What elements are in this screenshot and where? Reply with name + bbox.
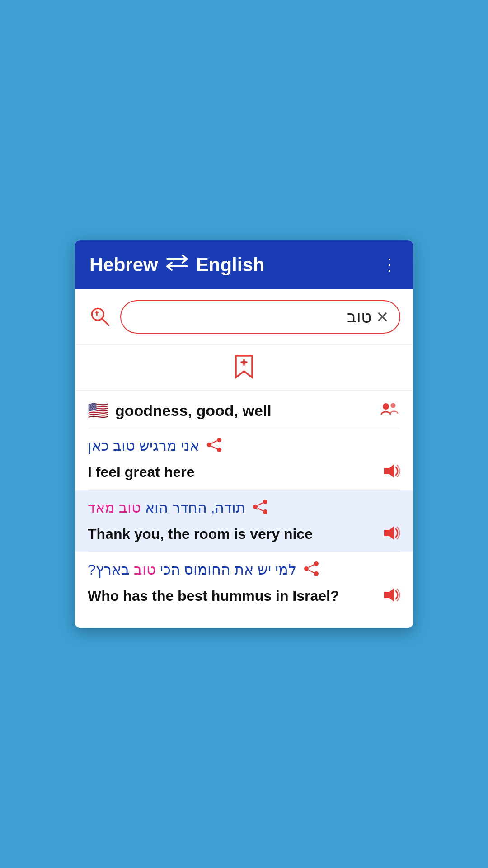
svg-point-16 <box>263 509 267 514</box>
svg-point-6 <box>383 403 389 410</box>
source-language[interactable]: Hebrew <box>89 254 158 276</box>
sound-button-2[interactable] <box>381 524 400 543</box>
svg-line-18 <box>258 508 263 511</box>
svg-point-8 <box>217 438 221 442</box>
svg-text:T: T <box>94 309 99 318</box>
phrase-1-hebrew: אני מרגיש טוב כאן <box>88 428 400 459</box>
svg-point-22 <box>314 571 319 576</box>
svg-point-21 <box>304 566 309 571</box>
sound-button-3[interactable] <box>381 586 400 605</box>
svg-line-17 <box>258 503 263 505</box>
share-button-1[interactable] <box>206 436 223 455</box>
svg-point-14 <box>263 500 267 504</box>
svg-point-20 <box>314 561 319 566</box>
sound-button-1[interactable] <box>381 462 400 481</box>
us-flag-icon: 🇺🇸 <box>88 401 109 420</box>
svg-line-1 <box>102 319 109 326</box>
phrase-1-english: I feel great here <box>88 459 400 490</box>
phrase-2-english-text: Thank you, the room is very nice <box>88 526 381 542</box>
svg-marker-13 <box>384 464 394 478</box>
svg-line-23 <box>309 565 314 567</box>
phrase-2-hebrew-text: תודה, החדר הוא טוב מאד <box>88 499 245 516</box>
header: Hebrew English ⋮ <box>75 240 413 289</box>
svg-marker-19 <box>384 526 394 540</box>
phrase-2-hebrew: תודה, החדר הוא טוב מאד <box>88 490 400 521</box>
svg-point-10 <box>217 448 221 452</box>
search-input-wrapper: ✕ <box>120 300 400 334</box>
svg-point-9 <box>207 443 211 447</box>
phrase-1-english-text: I feel great here <box>88 464 381 481</box>
phrase-3-hebrew-text: למי יש את החומוס הכי טוב בארץ? <box>88 561 296 578</box>
svg-marker-25 <box>384 588 394 602</box>
app-card: Hebrew English ⋮ T T ✕ <box>75 240 413 628</box>
svg-line-12 <box>211 446 217 449</box>
search-area: T T ✕ <box>75 289 413 345</box>
clear-search-button[interactable]: ✕ <box>376 308 389 326</box>
phrase-3-english-text: Who has the best hummus in Israel? <box>88 588 381 604</box>
main-translation-row: 🇺🇸 goodness, good, well <box>75 391 413 428</box>
phrase-row-2: תודה, החדר הוא טוב מאד Thank you, the ro… <box>75 490 413 552</box>
phrase-2-english: Thank you, the room is very nice <box>88 521 400 552</box>
share-button-3[interactable] <box>303 560 320 579</box>
target-language[interactable]: English <box>196 254 265 276</box>
results-section: 🇺🇸 goodness, good, well <box>75 391 413 613</box>
share-button-2[interactable] <box>252 498 269 517</box>
phrase-row-1: אני מרגיש טוב כאן I feel great here <box>75 428 413 490</box>
bookmark-button[interactable] <box>233 354 255 381</box>
phrase-3-hebrew: למי יש את החומוס הכי טוב בארץ? <box>88 552 400 583</box>
phrase-row-3: למי יש את החומוס הכי טוב בארץ? Who has t… <box>75 552 413 613</box>
svg-line-24 <box>309 570 314 573</box>
svg-point-15 <box>253 505 258 509</box>
more-options-icon[interactable]: ⋮ <box>381 255 399 274</box>
svg-point-7 <box>391 403 396 408</box>
speaker-group-button[interactable] <box>380 401 400 420</box>
bookmark-area <box>75 345 413 391</box>
bottom-padding <box>75 613 413 628</box>
phrase-1-hebrew-text: אני מרגיש טוב כאן <box>88 437 199 454</box>
search-input[interactable] <box>132 307 371 326</box>
main-translation-text: goodness, good, well <box>115 402 374 420</box>
header-lang-section: Hebrew English <box>89 253 264 277</box>
search-type-button[interactable]: T T <box>88 304 113 330</box>
svg-line-11 <box>211 441 217 443</box>
phrase-3-english: Who has the best hummus in Israel? <box>88 583 400 613</box>
swap-icon[interactable] <box>165 253 189 277</box>
